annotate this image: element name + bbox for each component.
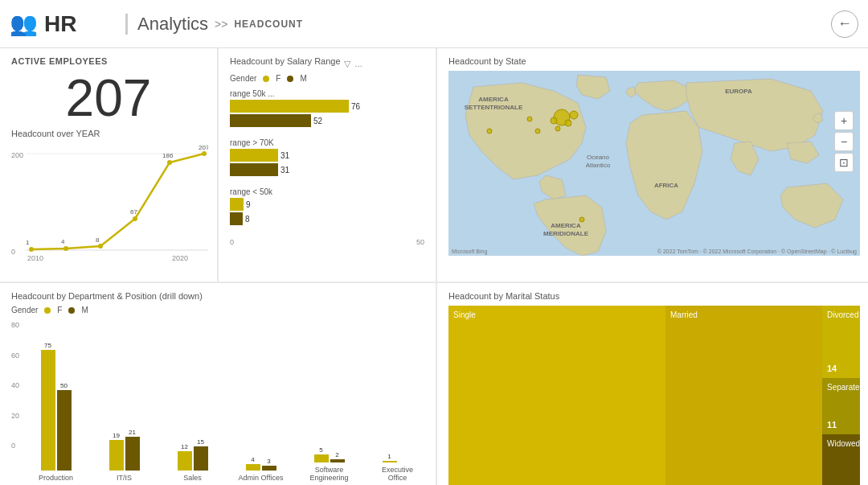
world-map-svg: AMERICA SETTENTRIONALE EUROPA Oceano Atl… — [448, 71, 860, 256]
dept-admin-m-val: 3 — [267, 458, 270, 465]
map-zoom-in[interactable]: + — [834, 111, 854, 130]
bar-m-70k — [230, 163, 278, 176]
treemap-single-label: Single — [453, 310, 476, 319]
dept-sales-f-val: 12 — [181, 443, 188, 450]
dept-sw-f-col: 5 — [314, 446, 329, 462]
dept-itis: 19 21 IT/IS — [97, 429, 151, 482]
map-zoom-out[interactable]: − — [834, 132, 854, 151]
employee-count: 207 — [11, 72, 206, 124]
dept-chart-container: 0 20 40 60 80 75 50 — [11, 321, 424, 482]
bar-label-70k: range > 70K — [230, 138, 424, 147]
dept-production-bars: 75 50 — [41, 342, 72, 471]
map-select-tool[interactable]: ⊡ — [834, 153, 854, 172]
analytics-title: Analytics — [137, 14, 208, 35]
dashboard: ACTIVE EMPLOYEES 207 Headcount over YEAR… — [0, 48, 868, 485]
treemap-divorced[interactable]: Divorced 14 — [822, 306, 860, 378]
dept-itis-bar-f — [109, 440, 124, 471]
treemap-separated-label: Separated — [827, 383, 864, 392]
active-employees-title: ACTIVE EMPLOYEES — [11, 56, 206, 66]
svg-point-35 — [579, 217, 584, 222]
bar-row-50k-f: 76 — [230, 100, 424, 113]
dept-itis-m-val: 21 — [129, 429, 136, 436]
bar-label-lt50k: range < 50k — [230, 187, 424, 196]
dept-exec-bars: 1 — [383, 453, 413, 462]
dept-legend-dot-m — [68, 307, 75, 314]
svg-point-32 — [535, 129, 540, 134]
logo-area: 👥 HR — [10, 10, 122, 37]
bar-val-lt50k-m: 8 — [245, 215, 250, 224]
bar-m-50k — [230, 114, 311, 127]
svg-point-10 — [167, 160, 172, 165]
x-fifty: 50 — [416, 238, 424, 246]
dept-sales-name: Sales — [183, 474, 202, 482]
dept-sw-m-col: 2 — [330, 451, 345, 462]
dept-sales-f-col: 12 — [178, 443, 192, 471]
svg-text:4: 4 — [61, 238, 65, 245]
treemap-widowed[interactable]: Widowed — [822, 434, 860, 485]
dept-admin-bars: 4 3 — [246, 456, 276, 471]
svg-text:1: 1 — [26, 239, 30, 246]
dept-prod-bar-m — [57, 390, 72, 471]
svg-text:8: 8 — [96, 236, 100, 244]
salary-panel-title: Headcount by Salary Range — [230, 56, 341, 66]
dept-bars-container: 75 50 Production 19 — [29, 353, 424, 482]
dept-legend-dot-f — [44, 307, 51, 314]
back-button[interactable]: ← — [831, 10, 858, 38]
bar-label-50k: range 50k ... — [230, 89, 424, 98]
salary-bars: range 50k ... 76 52 range > 70K 31 — [230, 89, 424, 225]
treemap-container: Single 101 Married 77 Divorced 14 Separa… — [448, 306, 860, 485]
y-label-0: 0 — [11, 442, 19, 450]
treemap-separated[interactable]: Separated 11 — [822, 378, 860, 434]
svg-text:2020: 2020 — [172, 254, 188, 261]
y-label-20: 20 — [11, 412, 19, 420]
y-label-60: 60 — [11, 351, 19, 360]
dept-sales-m-val: 15 — [197, 438, 204, 446]
dept-sales: 12 15 Sales — [166, 438, 219, 482]
salary-panel-header: Headcount by Salary Range ▽ ... — [230, 56, 424, 71]
svg-text:200: 200 — [11, 151, 23, 159]
dept-sales-m-col: 15 — [194, 438, 208, 471]
treemap-married-label: Married — [670, 310, 698, 319]
dept-admin-bar-m — [262, 466, 276, 471]
filter-icon[interactable]: ▽ — [344, 59, 350, 69]
svg-point-28 — [570, 111, 578, 119]
dept-sw-eng-bars: 5 2 — [314, 446, 345, 462]
header-title-bar: Analytics >> HEADCOUNT — [125, 14, 831, 35]
bar-m-lt50k — [230, 212, 243, 225]
svg-point-31 — [555, 126, 560, 131]
svg-text:Oceano: Oceano — [587, 154, 610, 161]
map-controls: + − ⊡ — [834, 111, 854, 172]
dept-sales-bar-m — [194, 446, 208, 471]
bar-row-50k-m: 52 — [230, 114, 424, 127]
gender-label: Gender — [230, 74, 256, 83]
svg-point-34 — [487, 129, 492, 134]
x-zero: 0 — [230, 238, 234, 246]
dept-exec-f-col: 1 — [383, 453, 397, 462]
dept-gender-legend: Gender F M — [11, 306, 424, 314]
dept-itis-bar-m — [125, 437, 140, 471]
dept-prod-f-col: 75 — [41, 342, 55, 471]
treemap-single[interactable]: Single 101 — [448, 306, 665, 485]
treemap-married[interactable]: Married 77 — [665, 306, 822, 485]
svg-point-11 — [202, 151, 207, 156]
dept-sw-f-val: 5 — [319, 446, 322, 454]
svg-text:2010: 2010 — [27, 254, 43, 261]
treemap-widowed-label: Widowed — [827, 439, 860, 448]
more-icon[interactable]: ... — [355, 59, 362, 68]
legend-dot-f — [263, 76, 269, 82]
gender-legend: Gender F M — [230, 74, 424, 83]
breadcrumb-sub: HEADCOUNT — [234, 18, 303, 30]
svg-point-29 — [565, 120, 571, 126]
bar-f-50k — [230, 100, 349, 113]
svg-text:Atlantico: Atlantico — [586, 162, 611, 169]
map-copyright: © 2022 TomTom · © 2022 Microsoft Corpora… — [657, 249, 857, 254]
bar-val-50k-m: 52 — [313, 117, 322, 125]
dept-itis-m-col: 21 — [125, 429, 140, 471]
state-panel: Headcount by State — [437, 48, 868, 282]
svg-text:AFRICA: AFRICA — [654, 182, 678, 189]
bar-row-lt50k-f: 9 — [230, 198, 424, 211]
dept-admin: 4 3 Admin Offices — [234, 456, 288, 482]
y-label-80: 80 — [11, 321, 19, 329]
treemap-divorced-value: 14 — [827, 364, 837, 373]
dept-prod-m-val: 50 — [60, 382, 68, 389]
